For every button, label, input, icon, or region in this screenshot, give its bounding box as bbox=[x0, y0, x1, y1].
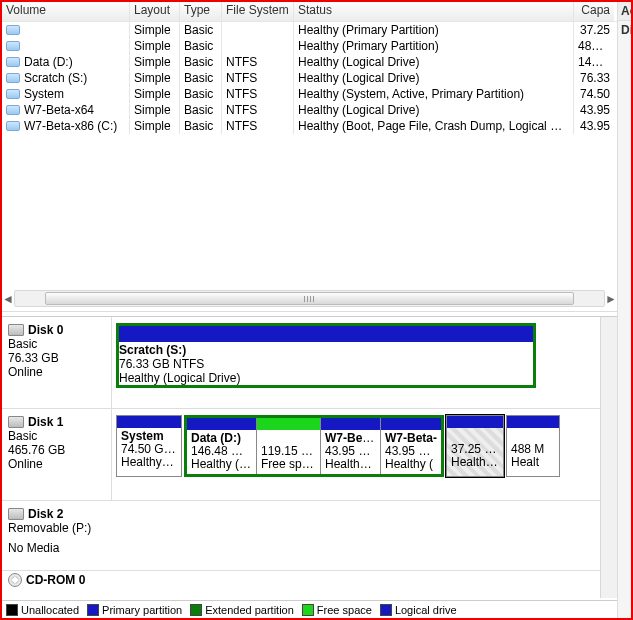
partition-name: System bbox=[121, 429, 164, 443]
volume-row[interactable]: Data (D:)SimpleBasicNTFSHealthy (Logical… bbox=[2, 54, 617, 70]
col-status[interactable]: Status bbox=[294, 2, 574, 21]
cdrom-title: CD-ROM 0 bbox=[26, 573, 85, 587]
disk-0-title: Disk 0 bbox=[28, 323, 63, 337]
volume-fs bbox=[222, 38, 294, 54]
volume-capacity: 146.48 bbox=[574, 54, 614, 70]
partition-name: W7-Beta- bbox=[385, 431, 437, 445]
partition-data[interactable]: Data (D:)146.48 GB NHealthy (Lo bbox=[187, 418, 257, 474]
col-capacity[interactable]: Capa bbox=[574, 2, 614, 21]
partition-status: Healthy (Logical Drive) bbox=[119, 371, 240, 385]
disk-0-label[interactable]: Disk 0 Basic 76.33 GB Online bbox=[2, 317, 112, 408]
disk-1-size: 465.76 GB bbox=[8, 443, 105, 457]
right-panel: Ac Di bbox=[617, 2, 633, 618]
disk-icon bbox=[8, 324, 24, 336]
disk-1-type: Basic bbox=[8, 429, 105, 443]
legend-label: Unallocated bbox=[21, 604, 79, 616]
disk-1-state: Online bbox=[8, 457, 105, 471]
partition-status: Healthy (Lo bbox=[191, 457, 252, 471]
volume-layout: Simple bbox=[130, 86, 180, 102]
volume-list-body: SimpleBasicHealthy (Primary Partition)37… bbox=[2, 22, 617, 134]
volume-layout: Simple bbox=[130, 102, 180, 118]
cdrom-label[interactable]: CD-ROM 0 bbox=[2, 571, 112, 593]
volume-fs: NTFS bbox=[222, 102, 294, 118]
partition-free-space[interactable]: 119.15 GBFree space bbox=[257, 418, 321, 474]
volume-row[interactable]: SimpleBasicHealthy (Primary Partition)37… bbox=[2, 22, 617, 38]
volume-status: Healthy (Logical Drive) bbox=[294, 102, 574, 118]
legend-free: Free space bbox=[302, 604, 372, 616]
col-type[interactable]: Type bbox=[180, 2, 222, 21]
col-volume[interactable]: Volume bbox=[2, 2, 130, 21]
scroll-left-arrow-icon[interactable]: ◄ bbox=[1, 291, 15, 306]
disk-icon bbox=[8, 508, 24, 520]
volume-name: W7-Beta-x64 bbox=[24, 103, 94, 117]
volume-type: Basic bbox=[180, 54, 222, 70]
col-fs[interactable]: File System bbox=[222, 2, 294, 21]
volume-name: Scratch (S:) bbox=[24, 71, 87, 85]
volume-capacity: 76.33 bbox=[574, 70, 614, 86]
volume-capacity: 74.50 bbox=[574, 86, 614, 102]
legend: Unallocated Primary partition Extended p… bbox=[2, 600, 617, 618]
drive-icon bbox=[6, 121, 20, 131]
partition-size: 146.48 GB N bbox=[191, 444, 256, 458]
volume-status: Healthy (Boot, Page File, Crash Dump, Lo… bbox=[294, 118, 574, 134]
legend-label: Free space bbox=[317, 604, 372, 616]
disk-management-window: Volume Layout Type File System Status Ca… bbox=[0, 0, 633, 620]
legend-label: Logical drive bbox=[395, 604, 457, 616]
partition-37gb[interactable]: 37.25 GBHealthy (P bbox=[446, 415, 504, 477]
disk-row-cd: CD-ROM 0 bbox=[2, 571, 617, 593]
volume-name: System bbox=[24, 87, 64, 101]
cdrom-icon bbox=[8, 573, 22, 587]
partition-size: 76.33 GB NTFS bbox=[119, 357, 204, 371]
scroll-right-arrow-icon[interactable]: ► bbox=[604, 291, 618, 306]
disk-diagram-area: Disk 0 Basic 76.33 GB Online Scratch (S:… bbox=[2, 316, 617, 598]
disk-0-size: 76.33 GB bbox=[8, 351, 105, 365]
volume-capacity: 43.95 bbox=[574, 102, 614, 118]
disk-row-1: Disk 1 Basic 465.76 GB Online System74.5… bbox=[2, 409, 617, 501]
partition-size: 488 M bbox=[511, 442, 544, 456]
disk-icon bbox=[8, 416, 24, 428]
disk-2-sub: Removable (P:) bbox=[8, 521, 106, 535]
disk-0-extended: Scratch (S:) 76.33 GB NTFS Healthy (Logi… bbox=[116, 323, 536, 388]
disk-1-extended: Data (D:)146.48 GB NHealthy (Lo 119.15 G… bbox=[184, 415, 444, 477]
right-panel-item[interactable]: Di bbox=[618, 21, 633, 39]
main-pane: Volume Layout Type File System Status Ca… bbox=[2, 2, 617, 618]
drive-icon bbox=[6, 89, 20, 99]
partition-488m[interactable]: 488 MHealt bbox=[506, 415, 560, 477]
volume-capacity: 37.25 bbox=[574, 22, 614, 38]
volume-row[interactable]: W7-Beta-x86 (C:)SimpleBasicNTFSHealthy (… bbox=[2, 118, 617, 134]
volume-name: Data (D:) bbox=[24, 55, 73, 69]
legend-logical: Logical drive bbox=[380, 604, 457, 616]
disk-1-canvas: System74.50 GB NHealthy (Sy Data (D:)146… bbox=[112, 409, 617, 500]
disk-0-type: Basic bbox=[8, 337, 105, 351]
volume-type: Basic bbox=[180, 118, 222, 134]
drive-icon bbox=[6, 105, 20, 115]
disk-1-label[interactable]: Disk 1 Basic 465.76 GB Online bbox=[2, 409, 112, 500]
volume-row[interactable]: SystemSimpleBasicNTFSHealthy (System, Ac… bbox=[2, 86, 617, 102]
partition-w7-x86[interactable]: W7-Beta-43.95 GB NHealthy ( bbox=[381, 418, 441, 474]
disk-0-state: Online bbox=[8, 365, 105, 379]
disk-2-label[interactable]: Disk 2 Removable (P:) No Media bbox=[2, 501, 112, 570]
volume-list-header[interactable]: Volume Layout Type File System Status Ca… bbox=[2, 2, 617, 22]
partition-system[interactable]: System74.50 GB NHealthy (Sy bbox=[116, 415, 182, 477]
partition-w7-x64[interactable]: W7-Beta-43.95 GB NHealthy (L bbox=[321, 418, 381, 474]
disk-2-canvas bbox=[112, 501, 617, 570]
horizontal-scrollbar[interactable]: ◄ ► bbox=[14, 290, 605, 307]
drive-icon bbox=[6, 57, 20, 67]
partition-cap-bar bbox=[119, 326, 533, 342]
scroll-thumb[interactable] bbox=[45, 292, 574, 305]
disk-row-2: Disk 2 Removable (P:) No Media bbox=[2, 501, 617, 571]
partition-scratch[interactable]: Scratch (S:) 76.33 GB NTFS Healthy (Logi… bbox=[119, 326, 533, 385]
legend-unallocated: Unallocated bbox=[6, 604, 79, 616]
actions-tab[interactable]: Ac bbox=[618, 2, 633, 21]
volume-row[interactable]: W7-Beta-x64SimpleBasicNTFSHealthy (Logic… bbox=[2, 102, 617, 118]
volume-fs bbox=[222, 22, 294, 38]
disk-row-0: Disk 0 Basic 76.33 GB Online Scratch (S:… bbox=[2, 317, 617, 409]
partition-status: Healt bbox=[511, 455, 539, 469]
volume-status: Healthy (Logical Drive) bbox=[294, 70, 574, 86]
volume-row[interactable]: Scratch (S:)SimpleBasicNTFSHealthy (Logi… bbox=[2, 70, 617, 86]
volume-status: Healthy (Logical Drive) bbox=[294, 54, 574, 70]
vertical-scrollbar[interactable] bbox=[600, 317, 617, 598]
volume-type: Basic bbox=[180, 86, 222, 102]
volume-row[interactable]: SimpleBasicHealthy (Primary Partition)48… bbox=[2, 38, 617, 54]
col-layout[interactable]: Layout bbox=[130, 2, 180, 21]
